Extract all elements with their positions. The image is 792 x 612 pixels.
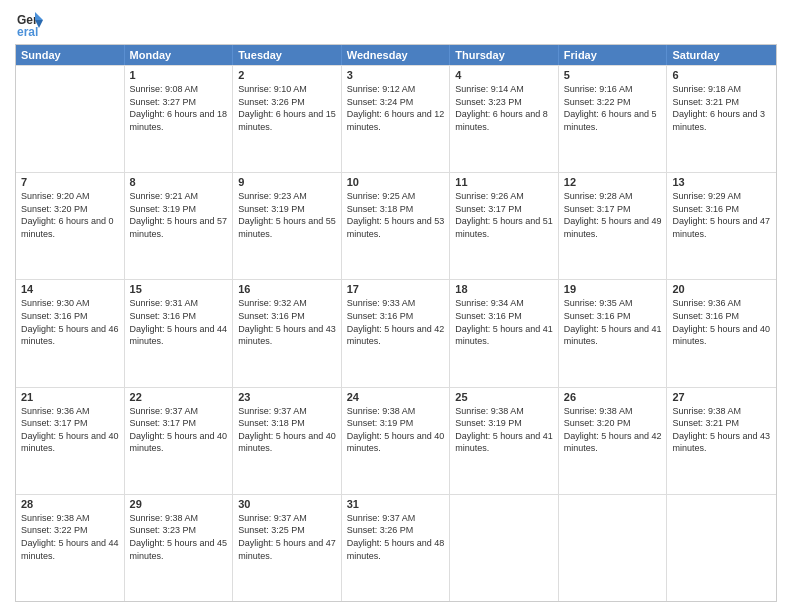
- calendar-cell: 14 Sunrise: 9:30 AM Sunset: 3:16 PM Dayl…: [16, 280, 125, 386]
- calendar: SundayMondayTuesdayWednesdayThursdayFrid…: [15, 44, 777, 602]
- header: Gen eral: [15, 10, 777, 38]
- day-number: 12: [564, 176, 662, 188]
- calendar-cell: 31 Sunrise: 9:37 AM Sunset: 3:26 PM Dayl…: [342, 495, 451, 601]
- day-info: Sunrise: 9:14 AM Sunset: 3:23 PM Dayligh…: [455, 83, 553, 133]
- calendar-cell: 13 Sunrise: 9:29 AM Sunset: 3:16 PM Dayl…: [667, 173, 776, 279]
- day-number: 5: [564, 69, 662, 81]
- calendar-cell: 3 Sunrise: 9:12 AM Sunset: 3:24 PM Dayli…: [342, 66, 451, 172]
- day-info: Sunrise: 9:20 AM Sunset: 3:20 PM Dayligh…: [21, 190, 119, 240]
- calendar-cell: [559, 495, 668, 601]
- day-info: Sunrise: 9:23 AM Sunset: 3:19 PM Dayligh…: [238, 190, 336, 240]
- day-number: 9: [238, 176, 336, 188]
- day-info: Sunrise: 9:34 AM Sunset: 3:16 PM Dayligh…: [455, 297, 553, 347]
- day-info: Sunrise: 9:16 AM Sunset: 3:22 PM Dayligh…: [564, 83, 662, 133]
- day-number: 13: [672, 176, 771, 188]
- calendar-body: 1 Sunrise: 9:08 AM Sunset: 3:27 PM Dayli…: [16, 65, 776, 601]
- day-info: Sunrise: 9:37 AM Sunset: 3:25 PM Dayligh…: [238, 512, 336, 562]
- calendar-cell: [450, 495, 559, 601]
- logo: Gen eral: [15, 10, 47, 38]
- calendar-cell: 30 Sunrise: 9:37 AM Sunset: 3:25 PM Dayl…: [233, 495, 342, 601]
- day-info: Sunrise: 9:31 AM Sunset: 3:16 PM Dayligh…: [130, 297, 228, 347]
- calendar-cell: 21 Sunrise: 9:36 AM Sunset: 3:17 PM Dayl…: [16, 388, 125, 494]
- day-info: Sunrise: 9:38 AM Sunset: 3:19 PM Dayligh…: [455, 405, 553, 455]
- day-info: Sunrise: 9:30 AM Sunset: 3:16 PM Dayligh…: [21, 297, 119, 347]
- day-info: Sunrise: 9:38 AM Sunset: 3:21 PM Dayligh…: [672, 405, 771, 455]
- day-info: Sunrise: 9:08 AM Sunset: 3:27 PM Dayligh…: [130, 83, 228, 133]
- calendar-cell: 29 Sunrise: 9:38 AM Sunset: 3:23 PM Dayl…: [125, 495, 234, 601]
- day-number: 28: [21, 498, 119, 510]
- calendar-cell: 6 Sunrise: 9:18 AM Sunset: 3:21 PM Dayli…: [667, 66, 776, 172]
- weekday-header: Saturday: [667, 45, 776, 65]
- day-number: 3: [347, 69, 445, 81]
- day-number: 27: [672, 391, 771, 403]
- weekday-header: Tuesday: [233, 45, 342, 65]
- day-number: 18: [455, 283, 553, 295]
- calendar-row: 7 Sunrise: 9:20 AM Sunset: 3:20 PM Dayli…: [16, 172, 776, 279]
- day-info: Sunrise: 9:26 AM Sunset: 3:17 PM Dayligh…: [455, 190, 553, 240]
- weekday-header: Wednesday: [342, 45, 451, 65]
- day-info: Sunrise: 9:25 AM Sunset: 3:18 PM Dayligh…: [347, 190, 445, 240]
- calendar-cell: 12 Sunrise: 9:28 AM Sunset: 3:17 PM Dayl…: [559, 173, 668, 279]
- day-number: 19: [564, 283, 662, 295]
- day-info: Sunrise: 9:38 AM Sunset: 3:23 PM Dayligh…: [130, 512, 228, 562]
- day-number: 8: [130, 176, 228, 188]
- calendar-cell: 20 Sunrise: 9:36 AM Sunset: 3:16 PM Dayl…: [667, 280, 776, 386]
- calendar-cell: 17 Sunrise: 9:33 AM Sunset: 3:16 PM Dayl…: [342, 280, 451, 386]
- day-number: 2: [238, 69, 336, 81]
- weekday-header: Monday: [125, 45, 234, 65]
- day-info: Sunrise: 9:21 AM Sunset: 3:19 PM Dayligh…: [130, 190, 228, 240]
- calendar-row: 21 Sunrise: 9:36 AM Sunset: 3:17 PM Dayl…: [16, 387, 776, 494]
- day-number: 25: [455, 391, 553, 403]
- calendar-cell: 26 Sunrise: 9:38 AM Sunset: 3:20 PM Dayl…: [559, 388, 668, 494]
- day-info: Sunrise: 9:35 AM Sunset: 3:16 PM Dayligh…: [564, 297, 662, 347]
- page: Gen eral SundayMondayTuesdayWednesdayThu…: [0, 0, 792, 612]
- day-number: 1: [130, 69, 228, 81]
- day-info: Sunrise: 9:36 AM Sunset: 3:16 PM Dayligh…: [672, 297, 771, 347]
- calendar-cell: 16 Sunrise: 9:32 AM Sunset: 3:16 PM Dayl…: [233, 280, 342, 386]
- weekday-header: Friday: [559, 45, 668, 65]
- day-info: Sunrise: 9:33 AM Sunset: 3:16 PM Dayligh…: [347, 297, 445, 347]
- day-number: 7: [21, 176, 119, 188]
- day-info: Sunrise: 9:29 AM Sunset: 3:16 PM Dayligh…: [672, 190, 771, 240]
- svg-text:eral: eral: [17, 25, 38, 38]
- day-info: Sunrise: 9:37 AM Sunset: 3:26 PM Dayligh…: [347, 512, 445, 562]
- calendar-row: 28 Sunrise: 9:38 AM Sunset: 3:22 PM Dayl…: [16, 494, 776, 601]
- calendar-cell: [16, 66, 125, 172]
- day-info: Sunrise: 9:12 AM Sunset: 3:24 PM Dayligh…: [347, 83, 445, 133]
- day-number: 26: [564, 391, 662, 403]
- calendar-cell: 27 Sunrise: 9:38 AM Sunset: 3:21 PM Dayl…: [667, 388, 776, 494]
- calendar-cell: 4 Sunrise: 9:14 AM Sunset: 3:23 PM Dayli…: [450, 66, 559, 172]
- calendar-cell: 18 Sunrise: 9:34 AM Sunset: 3:16 PM Dayl…: [450, 280, 559, 386]
- day-info: Sunrise: 9:18 AM Sunset: 3:21 PM Dayligh…: [672, 83, 771, 133]
- day-info: Sunrise: 9:28 AM Sunset: 3:17 PM Dayligh…: [564, 190, 662, 240]
- calendar-cell: 5 Sunrise: 9:16 AM Sunset: 3:22 PM Dayli…: [559, 66, 668, 172]
- calendar-cell: 28 Sunrise: 9:38 AM Sunset: 3:22 PM Dayl…: [16, 495, 125, 601]
- calendar-cell: 8 Sunrise: 9:21 AM Sunset: 3:19 PM Dayli…: [125, 173, 234, 279]
- calendar-cell: 10 Sunrise: 9:25 AM Sunset: 3:18 PM Dayl…: [342, 173, 451, 279]
- day-number: 22: [130, 391, 228, 403]
- calendar-cell: 11 Sunrise: 9:26 AM Sunset: 3:17 PM Dayl…: [450, 173, 559, 279]
- calendar-header: SundayMondayTuesdayWednesdayThursdayFrid…: [16, 45, 776, 65]
- calendar-cell: 7 Sunrise: 9:20 AM Sunset: 3:20 PM Dayli…: [16, 173, 125, 279]
- calendar-cell: 23 Sunrise: 9:37 AM Sunset: 3:18 PM Dayl…: [233, 388, 342, 494]
- day-info: Sunrise: 9:38 AM Sunset: 3:20 PM Dayligh…: [564, 405, 662, 455]
- day-number: 17: [347, 283, 445, 295]
- calendar-cell: 9 Sunrise: 9:23 AM Sunset: 3:19 PM Dayli…: [233, 173, 342, 279]
- day-number: 16: [238, 283, 336, 295]
- calendar-row: 14 Sunrise: 9:30 AM Sunset: 3:16 PM Dayl…: [16, 279, 776, 386]
- calendar-cell: 1 Sunrise: 9:08 AM Sunset: 3:27 PM Dayli…: [125, 66, 234, 172]
- calendar-cell: 22 Sunrise: 9:37 AM Sunset: 3:17 PM Dayl…: [125, 388, 234, 494]
- day-info: Sunrise: 9:38 AM Sunset: 3:22 PM Dayligh…: [21, 512, 119, 562]
- day-info: Sunrise: 9:38 AM Sunset: 3:19 PM Dayligh…: [347, 405, 445, 455]
- calendar-row: 1 Sunrise: 9:08 AM Sunset: 3:27 PM Dayli…: [16, 65, 776, 172]
- day-number: 14: [21, 283, 119, 295]
- calendar-cell: 19 Sunrise: 9:35 AM Sunset: 3:16 PM Dayl…: [559, 280, 668, 386]
- day-info: Sunrise: 9:36 AM Sunset: 3:17 PM Dayligh…: [21, 405, 119, 455]
- day-number: 31: [347, 498, 445, 510]
- day-number: 30: [238, 498, 336, 510]
- day-number: 29: [130, 498, 228, 510]
- day-info: Sunrise: 9:37 AM Sunset: 3:17 PM Dayligh…: [130, 405, 228, 455]
- day-number: 11: [455, 176, 553, 188]
- day-number: 15: [130, 283, 228, 295]
- day-info: Sunrise: 9:32 AM Sunset: 3:16 PM Dayligh…: [238, 297, 336, 347]
